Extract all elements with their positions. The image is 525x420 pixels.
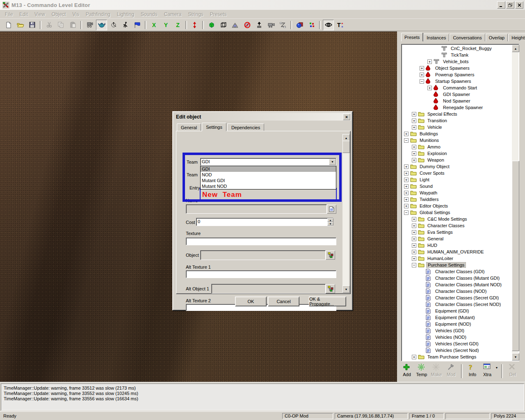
tree-expander[interactable]: + <box>412 256 416 261</box>
tree-row[interactable]: Character Classes (Mutant NOD) <box>402 281 511 288</box>
teapot-render-button[interactable] <box>96 20 107 30</box>
menu-file[interactable]: File <box>2 10 16 18</box>
tree-row[interactable]: CnC_Rocket_Buggy <box>402 45 511 52</box>
tree-row[interactable]: +Team Purchase Settings <box>402 354 511 360</box>
raise-terrain-button[interactable] <box>253 20 265 30</box>
tree-expander[interactable]: + <box>412 151 416 156</box>
cut-button[interactable] <box>43 20 55 30</box>
tree-row[interactable]: +Object Spawners <box>402 65 511 71</box>
tree-row[interactable]: +Vehicle_bots <box>402 58 511 65</box>
dropdown-option[interactable]: NOD <box>201 172 336 178</box>
dscroll-down-icon[interactable]: ▼ <box>342 285 350 293</box>
axis-y-button[interactable]: Y <box>160 20 171 30</box>
restore-button[interactable] <box>506 1 514 9</box>
tree-expander[interactable]: − <box>412 263 416 267</box>
tree-row[interactable]: Equipment (GDI) <box>402 308 511 314</box>
tree-row[interactable]: +HumanLoiter <box>402 255 511 262</box>
tree-row[interactable]: +Dummy Object <box>402 163 511 170</box>
vis-eye-button[interactable] <box>230 20 241 30</box>
add-button[interactable]: Add <box>400 363 414 377</box>
tree-row[interactable]: +Commando Start <box>402 84 511 91</box>
mod-button[interactable]: Mod <box>444 363 458 377</box>
cancel-button[interactable]: Cancel <box>268 297 299 306</box>
tree-row[interactable]: +Weapon <box>402 157 511 163</box>
camera-dolly-button[interactable] <box>84 20 95 30</box>
tree-expander[interactable]: + <box>412 355 416 359</box>
eye-toggle-button[interactable] <box>323 20 334 30</box>
axis-x-button[interactable]: X <box>148 20 160 30</box>
text-tool-button[interactable]: T++ <box>335 20 346 30</box>
tree-row[interactable]: TickTank <box>402 52 511 58</box>
dialog-tab-settings[interactable]: Settings <box>202 123 226 131</box>
tree-expander[interactable]: + <box>404 132 409 136</box>
tree-row[interactable]: Vehicles (NOD) <box>402 334 511 340</box>
dropdown-caret-icon[interactable]: ▼ <box>495 363 499 372</box>
tree-expander[interactable]: + <box>412 217 416 221</box>
menu-camera[interactable]: Camera <box>161 10 185 18</box>
tree-row[interactable]: +Twiddlers <box>402 196 511 203</box>
tree-row[interactable]: +Explosion <box>402 150 511 157</box>
copy-button[interactable] <box>55 20 66 30</box>
dropdown-option[interactable]: Mutant GDI <box>201 178 336 183</box>
tab-overlap[interactable]: Overlap <box>486 34 508 41</box>
tree-row[interactable]: +Editor Objects <box>402 203 511 209</box>
paste-button[interactable] <box>67 20 78 30</box>
tree-row[interactable]: +Buildings <box>402 130 511 137</box>
tree-row[interactable]: −Global Settings <box>402 209 511 216</box>
tree-expander[interactable]: + <box>404 191 409 195</box>
flag-button[interactable] <box>132 20 143 30</box>
tree-row[interactable]: +Special Effects <box>402 111 511 117</box>
dialog-scrollbar-thumb[interactable] <box>342 141 350 153</box>
make-button[interactable]: Make <box>429 363 443 377</box>
cost-spinner[interactable]: ▲ ▼ <box>327 218 333 226</box>
tree-expander[interactable]: + <box>420 73 424 77</box>
tree-row[interactable]: +Sound <box>402 183 511 189</box>
dialog-tab-general[interactable]: General <box>177 123 201 131</box>
wireframe-cube-button[interactable] <box>218 20 229 30</box>
tree-expander[interactable]: + <box>404 164 409 169</box>
polygon-tool-button[interactable] <box>277 20 288 30</box>
tree-row[interactable]: +HUD <box>402 242 511 249</box>
dropdown-option[interactable]: GDI <box>201 166 336 172</box>
texture-input[interactable] <box>186 237 336 245</box>
tree-row[interactable]: +Light <box>402 176 511 183</box>
tree-row[interactable]: +Transition <box>402 117 511 124</box>
tree-row[interactable]: Vehicles (GDI) <box>402 327 511 334</box>
team-combobox[interactable]: GDI <box>200 158 336 166</box>
del-button[interactable]: Del <box>506 363 520 377</box>
menu-object[interactable]: Object <box>48 10 69 18</box>
tab-heightfield[interactable]: Heightfield <box>508 34 525 41</box>
tree-scrollbar-thumb[interactable] <box>512 161 519 351</box>
tree-expander[interactable]: + <box>404 178 409 182</box>
vertical-move-button[interactable] <box>189 20 200 30</box>
tree-expander[interactable]: + <box>412 112 416 116</box>
tree-row[interactable]: Nod Spawner <box>402 98 511 104</box>
tree-row[interactable]: Equipment (Mutant) <box>402 314 511 321</box>
tab-instances[interactable]: Instances <box>423 34 449 41</box>
tree-row[interactable]: +Waypath <box>402 189 511 196</box>
open-folder-button[interactable] <box>15 20 26 30</box>
spin-down-icon[interactable]: ▼ <box>327 222 333 226</box>
tree-row[interactable]: Character Classes (Mutant GDI) <box>402 275 511 281</box>
dialog-scrollbar[interactable]: ▲ ▼ <box>342 134 349 293</box>
tree-expander[interactable]: + <box>412 250 416 254</box>
tree-expander[interactable]: + <box>404 197 409 202</box>
tree-expander[interactable]: + <box>427 86 432 90</box>
tree-row[interactable]: −Purchase Settings <box>402 262 511 268</box>
tree-expander[interactable]: + <box>412 119 416 123</box>
ok-button[interactable]: OK <box>235 297 267 306</box>
tree-expander[interactable]: + <box>412 125 416 130</box>
tree-expander[interactable]: + <box>412 158 416 162</box>
tree-row[interactable]: +C&C Mode Settings <box>402 216 511 222</box>
tree-expander[interactable]: + <box>412 243 416 248</box>
temp-button[interactable]: Temp <box>415 363 429 377</box>
tree-row[interactable]: +HUMAN_ANIM_OVERRIDE <box>402 249 511 255</box>
tree-row[interactable]: +Powerup Spawners <box>402 71 511 78</box>
tree-row[interactable]: Equipment (NOD) <box>402 321 511 327</box>
tree-row[interactable]: −Startup Spawners <box>402 78 511 84</box>
tree-expander[interactable]: + <box>427 59 432 64</box>
tab-presets[interactable]: Presets <box>401 33 423 41</box>
tree-expander[interactable]: − <box>404 138 409 143</box>
tree-row[interactable]: +Ammo <box>402 144 511 150</box>
combo-dropdown-icon[interactable]: ▼ <box>329 159 336 165</box>
